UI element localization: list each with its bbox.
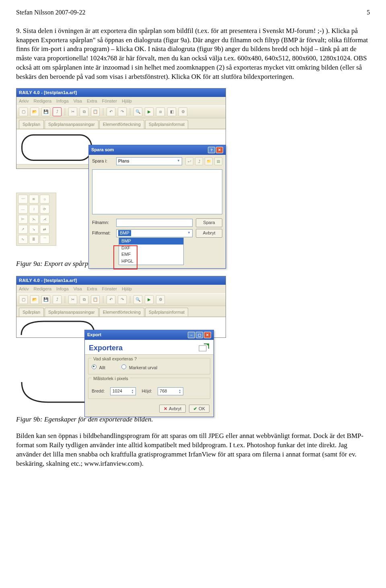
cancel-button[interactable]: Avbryt <box>196 229 222 238</box>
spin-arrows-icon[interactable]: ▲▼ <box>130 389 135 394</box>
toolbar-save-icon[interactable]: 💾 <box>41 107 50 116</box>
track-fragment-shape <box>20 380 84 405</box>
tab-item[interactable]: Spårplansanpassningar <box>45 120 99 129</box>
cancel-label: Avbryt <box>169 406 181 412</box>
toolbar-redo-icon[interactable]: ↷ <box>118 107 127 116</box>
toolbar-export-icon[interactable]: ⤴ <box>53 295 62 304</box>
menu-item[interactable]: Redigera <box>33 286 51 292</box>
toolbar-new-icon[interactable]: ▢ <box>19 295 28 304</box>
track-oval-shape <box>21 134 92 161</box>
toolbar-undo-icon[interactable]: ↶ <box>107 295 115 304</box>
toolbar-new-icon[interactable]: ▢ <box>19 107 28 116</box>
palette-item[interactable]: ⇄ <box>40 225 49 234</box>
height-spinner[interactable]: 768 ▲▼ <box>158 387 183 395</box>
menu-item[interactable]: Visa <box>74 98 82 104</box>
app-toolbar: ▢ 📂 💾 ⤴ ✂ ⧉ 📋 ↶ ↷ 🔍 ▶ ⚙ <box>16 293 226 306</box>
menu-item[interactable]: Fönster <box>102 286 117 292</box>
toolbar-play-icon[interactable]: ▶ <box>145 295 154 304</box>
filetype-combo[interactable]: BMP ▼ <box>116 229 193 237</box>
palette-item[interactable]: ⟳ <box>40 205 49 214</box>
toolbar-zoom-icon[interactable]: 🔍 <box>133 107 142 116</box>
app-toolbar: ▢ 📂 💾 ⤴ ✂ ⧉ 📋 ↶ ↷ 🔍 ▶ ⧈ ◧ ⚙ <box>16 105 226 118</box>
toolbar-save-icon[interactable]: 💾 <box>41 295 50 304</box>
radio-selection[interactable]: Markerat urval <box>121 364 157 371</box>
toolbar-open-icon[interactable]: 📂 <box>30 295 39 304</box>
menu-item[interactable]: Extra <box>87 286 97 292</box>
toolbar-settings-icon[interactable]: ⚙ <box>156 295 165 304</box>
ok-button[interactable]: ✔ OK <box>189 405 209 413</box>
menu-item[interactable]: Hjälp <box>122 98 132 104</box>
palette-item[interactable]: ∿ <box>18 235 28 244</box>
menu-item[interactable]: Arkiv <box>19 98 29 104</box>
toolbar-export-icon[interactable]: ⤴ <box>53 107 62 116</box>
palette-item[interactable]: 〰 <box>18 195 28 204</box>
new-folder-icon[interactable]: 📁 <box>205 157 213 165</box>
cancel-button[interactable]: ✕ Avbryt <box>159 405 186 413</box>
menu-item[interactable]: Extra <box>87 98 97 104</box>
filetype-dropdown-list[interactable]: BMP DXF EMF HPGL <box>119 238 184 265</box>
palette-item[interactable]: — <box>18 205 28 214</box>
file-list-area[interactable] <box>92 169 222 214</box>
tab-item[interactable]: Spårplan <box>19 308 44 317</box>
menu-item[interactable]: Visa <box>74 286 82 292</box>
tab-item[interactable]: Spårplansanpassningar <box>45 308 99 317</box>
palette-item[interactable]: ↘ <box>29 225 39 234</box>
toolbar-redo-icon[interactable]: ↷ <box>118 295 127 304</box>
format-option[interactable]: DXF <box>119 245 183 251</box>
help-icon[interactable]: ? <box>208 147 215 153</box>
width-spinner[interactable]: 1024 ▲▼ <box>110 387 136 395</box>
toolbar-cut-icon[interactable]: ✂ <box>68 295 77 304</box>
menu-item[interactable]: Hjälp <box>122 286 132 292</box>
toolbar-separator <box>103 108 103 115</box>
palette-item[interactable]: ⌒ <box>40 235 49 244</box>
tab-item[interactable]: Elementförteckning <box>99 120 144 129</box>
up-folder-icon[interactable]: ⮥ <box>195 157 203 165</box>
palette-item[interactable]: ⊢ <box>18 215 28 224</box>
close-icon[interactable]: ✕ <box>216 147 223 153</box>
format-option[interactable]: HPGL <box>119 258 183 265</box>
tab-item[interactable]: Spårplansinformat <box>145 308 188 317</box>
toolbar-cut-icon[interactable]: ✂ <box>68 107 77 116</box>
menu-item[interactable]: Redigera <box>33 98 51 104</box>
spin-arrows-icon[interactable]: ▲▼ <box>177 389 182 394</box>
toolbar-misc-icon[interactable]: ◧ <box>167 107 176 116</box>
toolbar-open-icon[interactable]: 📂 <box>30 107 39 116</box>
filename-input[interactable] <box>116 219 193 227</box>
format-option[interactable]: EMF <box>119 251 183 258</box>
save-button[interactable]: Spara <box>196 218 222 227</box>
toolbar-paste-icon[interactable]: 📋 <box>91 295 100 304</box>
menu-item[interactable]: Fönster <box>102 98 117 104</box>
radio-all[interactable]: Allt <box>92 364 105 371</box>
app-titlebar: RAILY 4.0 - [testplan1a.arf] <box>16 88 226 97</box>
toolbar-zoom-icon[interactable]: 🔍 <box>133 295 142 304</box>
toolbar-play-icon[interactable]: ▶ <box>145 107 154 116</box>
tab-item[interactable]: Spårplan <box>19 120 44 129</box>
tab-item[interactable]: Elementförteckning <box>99 308 144 317</box>
export-heading-row: Exportera <box>85 340 214 355</box>
toolbar-copy-icon[interactable]: ⧉ <box>80 107 88 116</box>
toolbar-separator <box>103 296 103 303</box>
back-icon[interactable]: ⮐ <box>185 157 193 165</box>
close-icon[interactable]: ✕ <box>204 332 211 338</box>
palette-item[interactable]: ≀ <box>29 205 39 214</box>
palette-item[interactable]: ≣ <box>29 235 39 244</box>
menu-item[interactable]: Arkiv <box>19 286 29 292</box>
save-in-combo[interactable]: Plans ▼ <box>116 157 182 165</box>
toolbar-copy-icon[interactable]: ⧉ <box>80 295 88 304</box>
maximize-icon[interactable]: ▢ <box>196 332 203 338</box>
format-option[interactable]: BMP <box>119 238 183 245</box>
toolbar-paste-icon[interactable]: 📋 <box>91 107 100 116</box>
view-menu-icon[interactable]: ▤ <box>214 157 222 165</box>
palette-item[interactable]: ↗ <box>18 225 28 234</box>
toolbar-settings-icon[interactable]: ⚙ <box>179 107 187 116</box>
toolbar-misc-icon[interactable]: ⧈ <box>156 107 165 116</box>
tab-item[interactable]: Spårplansinformat <box>145 120 188 129</box>
minimize-icon[interactable]: – <box>188 332 195 338</box>
menu-item[interactable]: Infoga <box>56 286 69 292</box>
palette-item[interactable]: ⋌ <box>40 215 49 224</box>
menu-item[interactable]: Infoga <box>56 98 69 104</box>
palette-item[interactable]: ☼ <box>40 195 49 204</box>
palette-item[interactable]: ≋ <box>29 195 39 204</box>
toolbar-undo-icon[interactable]: ↶ <box>107 107 115 116</box>
palette-item[interactable]: ⋋ <box>29 215 39 224</box>
